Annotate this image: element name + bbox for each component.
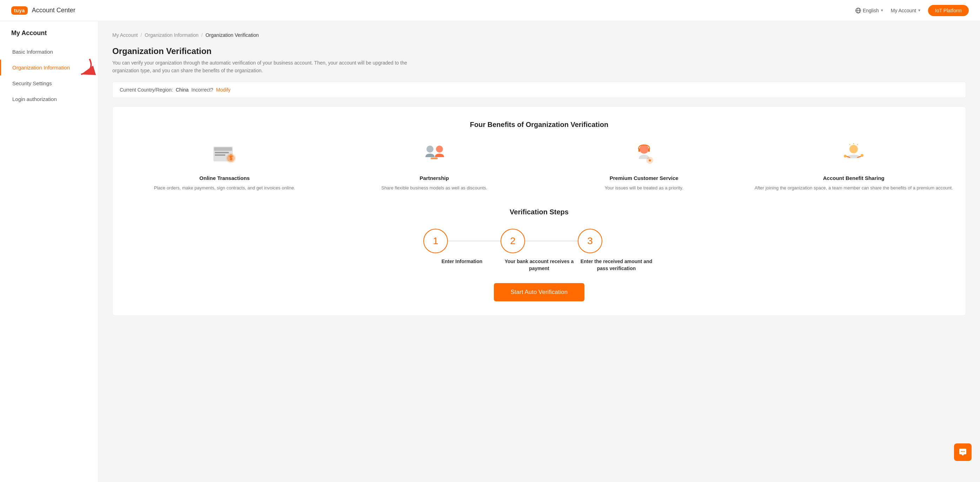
language-selector[interactable]: English ▼: [855, 7, 884, 14]
main-content: My Account / Organization Information / …: [98, 21, 980, 482]
my-account-chevron: ▼: [918, 8, 921, 12]
svg-rect-6: [215, 152, 229, 153]
tuya-logo: tuya: [11, 6, 28, 15]
benefit-account-sharing: Account Benefit Sharing After joining th…: [753, 141, 955, 192]
step-1-circle: 1: [423, 229, 448, 253]
my-account-header-btn[interactable]: My Account ▼: [891, 8, 921, 13]
online-transactions-name: Online Transactions: [124, 175, 325, 181]
page-title: Organization Verification: [112, 46, 966, 56]
language-chevron: ▼: [880, 8, 884, 12]
svg-line-24: [850, 144, 850, 145]
partnership-icon: [420, 141, 448, 170]
sidebar-item-login-authorization[interactable]: Login authorization: [0, 91, 98, 107]
chat-icon: [959, 448, 967, 457]
step-3-label: Enter the received amount and pass verif…: [578, 258, 655, 272]
premium-customer-icon: ★: [630, 141, 658, 170]
modify-link[interactable]: Modify: [216, 87, 231, 93]
account-sharing-icon: [840, 141, 868, 170]
partnership-desc: Share flexible business models as well a…: [334, 184, 535, 192]
page-description: You can verify your organization through…: [112, 59, 428, 75]
account-sharing-desc: After joining the organization space, a …: [753, 184, 955, 192]
svg-point-14: [640, 144, 649, 154]
incorrect-text: Incorrect?: [191, 87, 213, 93]
iot-platform-button[interactable]: IoT Platform: [928, 5, 969, 16]
step-1-label: Enter Information: [423, 258, 501, 265]
start-verification-button[interactable]: Start Auto Verification: [494, 283, 585, 301]
step-2-circle: 2: [501, 229, 525, 253]
breadcrumb-sep-2: /: [202, 32, 203, 38]
benefits-title: Four Benefits of Organization Verificati…: [124, 121, 955, 129]
sidebar: My Account Basic Information Organizatio…: [0, 21, 98, 482]
svg-point-19: [850, 145, 858, 153]
svg-point-25: [961, 451, 962, 452]
svg-text:★: ★: [648, 158, 651, 163]
online-transactions-desc: Place orders, make payments, sign contra…: [124, 184, 325, 192]
sidebar-item-security-settings[interactable]: Security Settings: [0, 75, 98, 91]
svg-point-11: [426, 146, 433, 152]
breadcrumb: My Account / Organization Information / …: [112, 32, 966, 38]
svg-rect-5: [214, 147, 232, 151]
breadcrumb-organization-verification: Organization Verification: [205, 32, 259, 38]
benefit-online-transactions: $ Online Transactions Place orders, make…: [124, 141, 325, 192]
svg-point-27: [964, 451, 965, 452]
language-label: English: [863, 8, 879, 13]
svg-line-23: [857, 144, 858, 145]
benefit-premium-customer: ★ Premium Customer Service Your issues w…: [543, 141, 745, 192]
country-bar: Current Country/Region: China Incorrect?…: [112, 82, 966, 98]
premium-customer-name: Premium Customer Service: [543, 175, 745, 181]
float-help-button[interactable]: [954, 443, 972, 461]
my-account-label: My Account: [891, 8, 916, 13]
breadcrumb-my-account[interactable]: My Account: [112, 32, 138, 38]
app-header: tuya Account Center English ▼ My Account…: [0, 0, 980, 21]
header-left: tuya Account Center: [11, 6, 75, 15]
benefits-card: Four Benefits of Organization Verificati…: [112, 106, 966, 316]
country-value: China: [176, 87, 189, 93]
sidebar-item-basic-information[interactable]: Basic Information: [0, 44, 98, 60]
svg-point-26: [963, 451, 964, 452]
sidebar-item-organization-information[interactable]: Organization Information: [0, 60, 98, 75]
country-label: Current Country/Region:: [120, 87, 173, 93]
step-1: 1 Enter Information: [423, 229, 501, 265]
svg-point-12: [436, 146, 443, 152]
breadcrumb-sep-1: /: [140, 32, 142, 38]
steps-title: Verification Steps: [124, 208, 955, 216]
step-3: 3 Enter the received amount and pass ver…: [578, 229, 655, 272]
online-transactions-icon: $: [211, 141, 239, 170]
cta-section: Start Auto Verification: [124, 272, 955, 304]
svg-point-21: [861, 154, 864, 157]
svg-rect-13: [431, 157, 438, 159]
app-title: Account Center: [32, 7, 75, 14]
sidebar-title: My Account: [0, 30, 98, 44]
globe-icon: [855, 7, 861, 14]
breadcrumb-organization-information[interactable]: Organization Information: [145, 32, 198, 38]
header-right: English ▼ My Account ▼ IoT Platform: [855, 5, 969, 16]
account-sharing-name: Account Benefit Sharing: [753, 175, 955, 181]
main-layout: My Account Basic Information Organizatio…: [0, 21, 980, 482]
svg-rect-7: [215, 154, 225, 156]
partnership-name: Partnership: [334, 175, 535, 181]
verification-steps: 1 Enter Information 2 Your bank account …: [124, 229, 955, 272]
premium-customer-desc: Your issues will be treated as a priorit…: [543, 184, 745, 192]
benefit-partnership: Partnership Share flexible business mode…: [334, 141, 535, 192]
step-2-label: Your bank account receives a payment: [501, 258, 578, 272]
step-3-circle: 3: [578, 229, 602, 253]
benefits-grid: $ Online Transactions Place orders, make…: [124, 141, 955, 192]
svg-point-20: [844, 155, 846, 157]
step-2: 2 Your bank account receives a payment: [501, 229, 578, 272]
